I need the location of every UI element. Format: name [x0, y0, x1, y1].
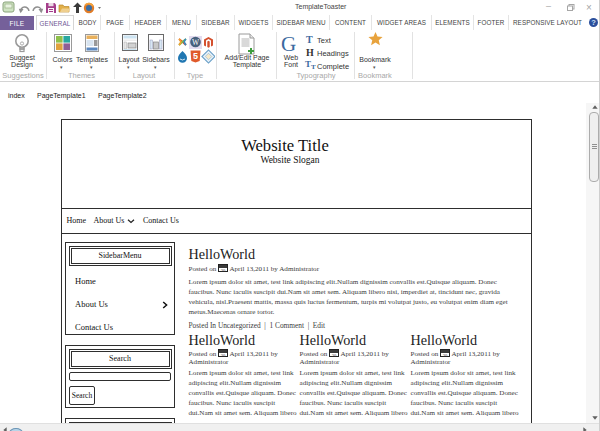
svg-text:W: W [192, 38, 200, 47]
svg-text:5: 5 [193, 51, 198, 61]
